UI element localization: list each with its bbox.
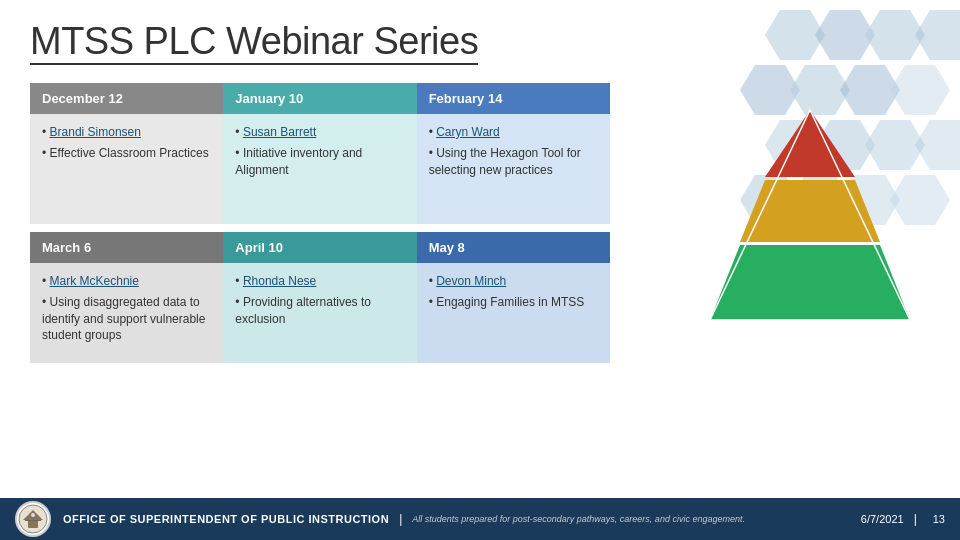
schedule-row-2: March 6 Mark McKechnie Using disaggregat… xyxy=(30,232,610,363)
footer-page-divider: | xyxy=(914,512,917,526)
december-header: December 12 xyxy=(30,83,223,114)
page-title: MTSS PLC Webinar Series xyxy=(30,20,478,65)
march-item-1: Mark McKechnie xyxy=(42,273,211,290)
january-item-1: Susan Barrett xyxy=(235,124,404,141)
march-section: March 6 Mark McKechnie Using disaggregat… xyxy=(30,232,223,363)
may-header: May 8 xyxy=(417,232,610,263)
january-section: January 10 Susan Barrett Initiative inve… xyxy=(223,83,416,224)
december-item-2: Effective Classroom Practices xyxy=(42,145,211,162)
february-item-2: Using the Hexagon Tool for selecting new… xyxy=(429,145,598,179)
april-body: Rhonda Nese Providing alternatives to ex… xyxy=(223,263,416,363)
january-header: January 10 xyxy=(223,83,416,114)
main-content: MTSS PLC Webinar Series December 12 Bran… xyxy=(0,0,960,363)
may-body: Devon Minch Engaging Families in MTSS xyxy=(417,263,610,363)
svg-rect-19 xyxy=(25,520,41,521)
footer-logo xyxy=(15,501,51,537)
january-item-2: Initiative inventory and Alignment xyxy=(235,145,404,179)
april-item-2: Providing alternatives to exclusion xyxy=(235,294,404,328)
footer-org-title: Office of Superintendent of Public Instr… xyxy=(63,513,389,525)
may-item-1: Devon Minch xyxy=(429,273,598,290)
footer: Office of Superintendent of Public Instr… xyxy=(0,498,960,540)
march-header: March 6 xyxy=(30,232,223,263)
january-body: Susan Barrett Initiative inventory and A… xyxy=(223,114,416,224)
footer-tagline: All students prepared for post-secondary… xyxy=(412,514,851,524)
march-item-2: Using disaggregated data to identify and… xyxy=(42,294,211,344)
december-section: December 12 Brandi Simonsen Effective Cl… xyxy=(30,83,223,224)
schedule-row-1: December 12 Brandi Simonsen Effective Cl… xyxy=(30,83,610,224)
footer-page-number: 13 xyxy=(933,513,945,525)
april-header: April 10 xyxy=(223,232,416,263)
march-body: Mark McKechnie Using disaggregated data … xyxy=(30,263,223,363)
february-section: February 14 Caryn Ward Using the Hexagon… xyxy=(417,83,610,224)
april-section: April 10 Rhonda Nese Providing alternati… xyxy=(223,232,416,363)
february-body: Caryn Ward Using the Hexagon Tool for se… xyxy=(417,114,610,224)
december-body: Brandi Simonsen Effective Classroom Prac… xyxy=(30,114,223,224)
december-item-1: Brandi Simonsen xyxy=(42,124,211,141)
may-section: May 8 Devon Minch Engaging Families in M… xyxy=(417,232,610,363)
february-header: February 14 xyxy=(417,83,610,114)
february-item-1: Caryn Ward xyxy=(429,124,598,141)
svg-point-20 xyxy=(31,513,35,517)
footer-divider: | xyxy=(399,512,402,526)
april-item-1: Rhonda Nese xyxy=(235,273,404,290)
may-item-2: Engaging Families in MTSS xyxy=(429,294,598,311)
svg-rect-17 xyxy=(28,520,38,528)
footer-date: 6/7/2021 xyxy=(861,513,904,525)
